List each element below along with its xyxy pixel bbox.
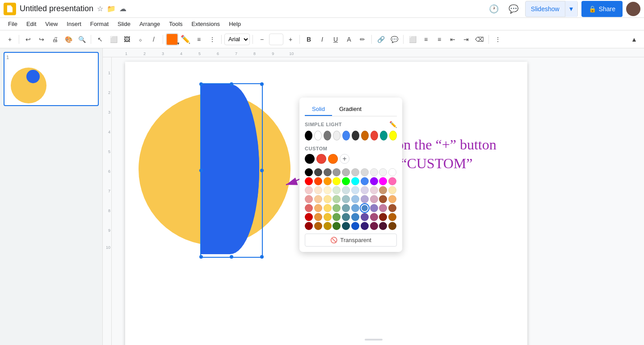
outdent-button[interactable]: ⇤ <box>446 33 459 46</box>
custom-color-1[interactable] <box>305 154 315 164</box>
font-size-decrease[interactable]: − <box>256 33 268 46</box>
cg-20[interactable] <box>305 186 313 194</box>
comment-button[interactable]: 💬 <box>505 1 522 17</box>
cg-14[interactable] <box>342 177 350 185</box>
simple-color-3[interactable] <box>324 131 331 141</box>
cg-56[interactable] <box>361 213 369 221</box>
cg-6[interactable] <box>361 168 369 176</box>
cg-29[interactable] <box>388 186 396 194</box>
cg-39[interactable] <box>388 195 396 203</box>
shape-button[interactable]: ⬦ <box>134 33 147 46</box>
cg-3[interactable] <box>333 168 341 176</box>
cg-31[interactable] <box>314 195 322 203</box>
font-size-input[interactable]: 14 <box>269 34 283 45</box>
simple-color-2[interactable] <box>314 131 322 141</box>
menu-arrange[interactable]: Arrange <box>135 19 164 29</box>
transparent-button[interactable]: 🚫 Transparent <box>305 234 397 247</box>
numbered-list-button[interactable]: ≡ <box>433 33 446 46</box>
cg-17[interactable] <box>370 177 378 185</box>
text-button[interactable]: ⬜ <box>107 33 120 46</box>
cg-51[interactable] <box>314 213 322 221</box>
cg-60[interactable] <box>305 222 313 230</box>
add-button[interactable]: + <box>4 33 16 46</box>
zoom-button[interactable]: 🔍 <box>76 33 88 46</box>
star-icon[interactable]: ☆ <box>97 4 103 13</box>
simple-color-4[interactable] <box>333 131 341 141</box>
menu-insert[interactable]: Insert <box>62 19 86 29</box>
cg-24[interactable] <box>342 186 350 194</box>
cg-9[interactable] <box>388 168 396 176</box>
cg-46[interactable] <box>361 204 369 212</box>
redo-button[interactable]: ↪ <box>35 33 48 46</box>
cg-30[interactable] <box>305 195 313 203</box>
handle-br[interactable] <box>260 255 264 259</box>
highlight-button[interactable]: ✏ <box>356 33 369 46</box>
cg-37[interactable] <box>370 195 378 203</box>
cg-18[interactable] <box>379 177 387 185</box>
avatar[interactable] <box>626 2 640 16</box>
cg-44[interactable] <box>342 204 350 212</box>
cg-28[interactable] <box>379 186 387 194</box>
cg-21[interactable] <box>314 186 322 194</box>
fill-color-button[interactable] <box>166 33 178 46</box>
pencil-icon[interactable]: ✏️ <box>389 121 397 128</box>
cg-40[interactable] <box>305 204 313 212</box>
custom-color-3[interactable] <box>328 154 338 164</box>
line-color-button[interactable]: ✏️ <box>179 33 192 46</box>
cg-57[interactable] <box>370 213 378 221</box>
cg-50[interactable] <box>305 213 313 221</box>
cg-12[interactable] <box>324 177 332 185</box>
cg-68[interactable] <box>379 222 387 230</box>
cg-64[interactable] <box>342 222 350 230</box>
cg-53[interactable] <box>333 213 341 221</box>
cg-61[interactable] <box>314 222 322 230</box>
cg-45[interactable] <box>351 204 359 212</box>
italic-button[interactable]: I <box>316 33 328 46</box>
cg-19[interactable] <box>388 177 396 185</box>
cg-43[interactable] <box>333 204 341 212</box>
cg-54[interactable] <box>342 213 350 221</box>
underline-button[interactable]: U <box>329 33 342 46</box>
blue-shape[interactable] <box>201 84 259 254</box>
menu-file[interactable]: File <box>4 19 22 29</box>
menu-view[interactable]: View <box>41 19 62 29</box>
cg-13[interactable] <box>333 177 341 185</box>
handle-tr[interactable] <box>260 82 264 86</box>
cg-23[interactable] <box>333 186 341 194</box>
menu-slide[interactable]: Slide <box>113 19 135 29</box>
slide-thumbnail-1[interactable]: 1 <box>4 52 99 106</box>
cg-62[interactable] <box>324 222 332 230</box>
cg-8[interactable] <box>379 168 387 176</box>
simple-color-8[interactable] <box>370 131 378 141</box>
cg-22[interactable] <box>324 186 332 194</box>
clear-format-button[interactable]: ⌫ <box>473 33 486 46</box>
cg-49[interactable] <box>388 204 396 212</box>
cg-25[interactable] <box>351 186 359 194</box>
cg-7[interactable] <box>370 168 378 176</box>
more-button[interactable]: ⋮ <box>492 33 504 46</box>
handle-bl[interactable] <box>199 255 203 259</box>
menu-edit[interactable]: Edit <box>22 19 41 29</box>
cg-52[interactable] <box>324 213 332 221</box>
cg-42[interactable] <box>324 204 332 212</box>
handle-mb[interactable] <box>230 255 233 259</box>
cg-1[interactable] <box>314 168 322 176</box>
share-button[interactable]: 🔒 Share <box>581 1 623 17</box>
cg-47[interactable] <box>370 204 378 212</box>
line-button[interactable]: / <box>147 33 160 46</box>
comment-insert-button[interactable]: 💬 <box>388 33 400 46</box>
simple-color-9[interactable] <box>380 131 387 141</box>
menu-format[interactable]: Format <box>86 19 113 29</box>
cg-48[interactable] <box>379 204 387 212</box>
tab-solid[interactable]: Solid <box>305 103 332 116</box>
indent-button[interactable]: ⇥ <box>460 33 472 46</box>
cg-32[interactable] <box>324 195 332 203</box>
cg-35[interactable] <box>351 195 359 203</box>
cg-34[interactable] <box>342 195 350 203</box>
cloud-icon[interactable]: ☁ <box>119 4 126 13</box>
undo-button[interactable]: ↩ <box>22 33 34 46</box>
menu-help[interactable]: Help <box>224 19 245 29</box>
text-color-button[interactable]: A <box>343 33 355 46</box>
menu-tools[interactable]: Tools <box>164 19 187 29</box>
cg-26[interactable] <box>361 186 369 194</box>
